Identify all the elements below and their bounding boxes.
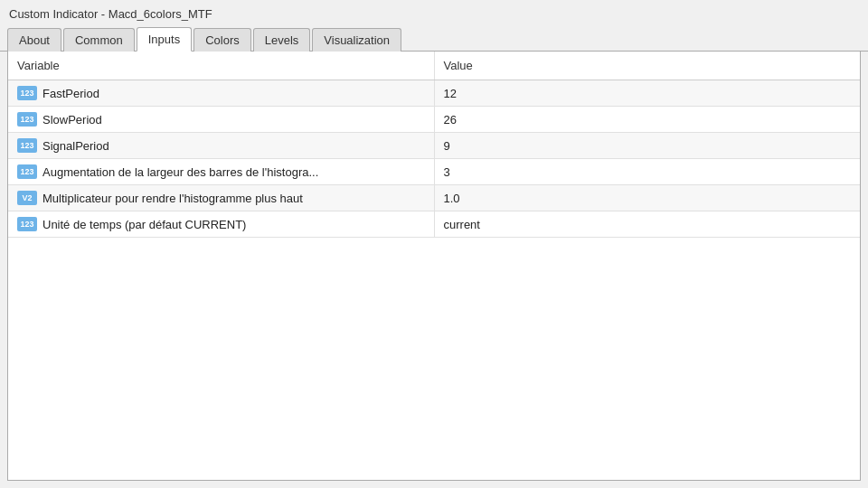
table-row: 123Augmentation de la largeur des barres… [8, 159, 860, 185]
window: Custom Indicator - Macd_6colors_MTF Abou… [0, 0, 868, 488]
tab-about[interactable]: About [7, 28, 61, 52]
table-cell-variable: 123FastPeriod [8, 80, 434, 107]
tab-visualization[interactable]: Visualization [312, 28, 401, 52]
variable-name: Augmentation de la largeur des barres de… [42, 165, 318, 179]
variable-name: Multiplicateur pour rendre l'histogramme… [42, 192, 303, 205]
table-cell-value: 9 [434, 133, 860, 159]
variable-name: FastPeriod [42, 87, 99, 100]
variable-type-icon: 123 [17, 164, 37, 179]
variable-type-icon: 123 [17, 138, 37, 153]
variable-type-icon: 123 [17, 112, 37, 127]
table-cell-value: 12 [434, 80, 860, 107]
table-row: 123SlowPeriod26 [8, 107, 860, 133]
col-header-variable: Variable [8, 52, 434, 80]
table-cell-variable: V2Multiplicateur pour rendre l'histogram… [8, 185, 434, 211]
table-row: V2Multiplicateur pour rendre l'histogram… [8, 185, 860, 211]
table-cell-variable: 123SignalPeriod [8, 133, 434, 159]
tab-levels[interactable]: Levels [253, 28, 311, 52]
tab-inputs[interactable]: Inputs [137, 27, 192, 52]
table-row: 123FastPeriod12 [8, 80, 860, 107]
col-header-value: Value [434, 52, 860, 80]
tab-common[interactable]: Common [63, 28, 135, 52]
variable-type-icon: V2 [17, 191, 37, 205]
variable-name: Unité de temps (par défaut CURRENT) [42, 218, 246, 231]
table-cell-variable: 123Augmentation de la largeur des barres… [8, 159, 434, 185]
content-area: Variable Value 123FastPeriod12123SlowPer… [7, 52, 861, 481]
table-row: 123SignalPeriod9 [8, 133, 860, 159]
title-bar: Custom Indicator - Macd_6colors_MTF [0, 0, 868, 26]
table-row: 123Unité de temps (par défaut CURRENT)cu… [8, 211, 860, 238]
tab-colors[interactable]: Colors [193, 28, 251, 52]
table-cell-variable: 123Unité de temps (par défaut CURRENT) [8, 211, 434, 238]
inputs-table: Variable Value 123FastPeriod12123SlowPer… [8, 52, 860, 238]
bottom-padding [8, 238, 860, 292]
tab-bar: About Common Inputs Colors Levels Visual… [0, 26, 868, 52]
table-cell-value: 1.0 [434, 185, 860, 211]
variable-type-icon: 123 [17, 217, 37, 231]
variable-name: SignalPeriod [42, 139, 109, 153]
table-cell-value: 26 [434, 107, 860, 133]
variable-type-icon: 123 [17, 86, 37, 100]
window-title: Custom Indicator - Macd_6colors_MTF [9, 7, 212, 21]
table-cell-value: 3 [434, 159, 860, 185]
table-header-row: Variable Value [8, 52, 860, 80]
table-cell-variable: 123SlowPeriod [8, 107, 434, 133]
table-cell-value: current [434, 211, 860, 238]
table-container: Variable Value 123FastPeriod12123SlowPer… [8, 52, 860, 480]
table-body: 123FastPeriod12123SlowPeriod26123SignalP… [8, 80, 860, 238]
variable-name: SlowPeriod [42, 113, 102, 127]
